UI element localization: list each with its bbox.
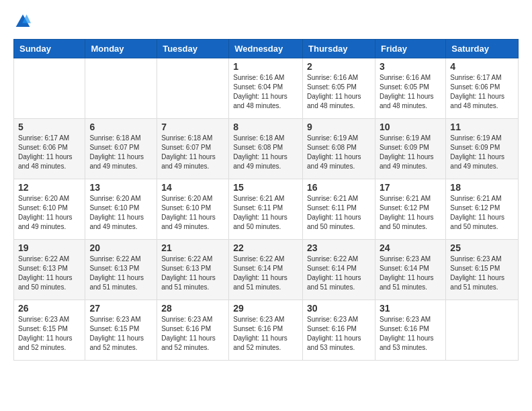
- calendar-cell: 1Sunrise: 6:16 AM Sunset: 6:04 PM Daylig…: [229, 58, 303, 119]
- calendar-week-row: 26Sunrise: 6:23 AM Sunset: 6:15 PM Dayli…: [14, 300, 519, 361]
- day-info: Sunrise: 6:17 AM Sunset: 6:06 PM Dayligh…: [450, 73, 514, 111]
- day-number: 5: [18, 122, 81, 132]
- day-number: 24: [380, 242, 441, 253]
- day-info: Sunrise: 6:23 AM Sunset: 6:15 PM Dayligh…: [89, 315, 152, 353]
- day-info: Sunrise: 6:20 AM Sunset: 6:10 PM Dayligh…: [89, 194, 152, 232]
- day-info: Sunrise: 6:23 AM Sunset: 6:16 PM Dayligh…: [161, 315, 224, 353]
- day-number: 23: [307, 242, 371, 253]
- calendar-table: SundayMondayTuesdayWednesdayThursdayFrid…: [13, 39, 519, 361]
- calendar-cell: 4Sunrise: 6:17 AM Sunset: 6:06 PM Daylig…: [446, 58, 519, 119]
- calendar-cell: 20Sunrise: 6:22 AM Sunset: 6:13 PM Dayli…: [85, 240, 157, 300]
- day-info: Sunrise: 6:16 AM Sunset: 6:05 PM Dayligh…: [380, 73, 441, 111]
- day-info: Sunrise: 6:21 AM Sunset: 6:12 PM Dayligh…: [380, 194, 441, 232]
- day-number: 22: [233, 242, 298, 253]
- calendar-cell: [14, 58, 85, 119]
- day-number: 11: [450, 122, 514, 132]
- day-info: Sunrise: 6:23 AM Sunset: 6:14 PM Dayligh…: [380, 255, 441, 292]
- day-info: Sunrise: 6:22 AM Sunset: 6:14 PM Dayligh…: [307, 255, 371, 292]
- calendar-cell: 15Sunrise: 6:21 AM Sunset: 6:11 PM Dayli…: [229, 179, 303, 240]
- day-info: Sunrise: 6:23 AM Sunset: 6:15 PM Dayligh…: [18, 315, 81, 353]
- day-number: 30: [307, 303, 371, 314]
- day-info: Sunrise: 6:23 AM Sunset: 6:16 PM Dayligh…: [380, 315, 441, 353]
- day-number: 21: [161, 242, 224, 253]
- calendar-cell: 28Sunrise: 6:23 AM Sunset: 6:16 PM Dayli…: [157, 300, 229, 361]
- day-number: 13: [89, 182, 152, 193]
- calendar-cell: 21Sunrise: 6:22 AM Sunset: 6:13 PM Dayli…: [157, 240, 229, 300]
- calendar-cell: 29Sunrise: 6:23 AM Sunset: 6:16 PM Dayli…: [229, 300, 303, 361]
- day-number: 26: [18, 303, 81, 314]
- day-info: Sunrise: 6:17 AM Sunset: 6:06 PM Dayligh…: [18, 134, 81, 171]
- day-info: Sunrise: 6:23 AM Sunset: 6:15 PM Dayligh…: [450, 255, 514, 292]
- calendar-cell: [446, 300, 519, 361]
- calendar-cell: [157, 58, 229, 119]
- day-number: 18: [450, 182, 514, 193]
- day-number: 19: [18, 242, 81, 253]
- day-number: 7: [161, 122, 224, 132]
- weekday-header-wednesday: Wednesday: [229, 40, 303, 58]
- weekday-header-sunday: Sunday: [14, 40, 85, 58]
- calendar-cell: 6Sunrise: 6:18 AM Sunset: 6:07 PM Daylig…: [85, 119, 157, 179]
- weekday-header-thursday: Thursday: [303, 40, 375, 58]
- day-number: 8: [233, 122, 298, 132]
- day-info: Sunrise: 6:18 AM Sunset: 6:07 PM Dayligh…: [161, 134, 224, 171]
- calendar-cell: 10Sunrise: 6:19 AM Sunset: 6:09 PM Dayli…: [375, 119, 445, 179]
- day-info: Sunrise: 6:23 AM Sunset: 6:16 PM Dayligh…: [233, 315, 298, 353]
- day-info: Sunrise: 6:20 AM Sunset: 6:10 PM Dayligh…: [18, 194, 81, 232]
- calendar-cell: 9Sunrise: 6:19 AM Sunset: 6:08 PM Daylig…: [303, 119, 375, 179]
- day-number: 28: [161, 303, 224, 314]
- day-number: 1: [233, 61, 298, 72]
- day-number: 16: [307, 182, 371, 193]
- calendar-cell: 16Sunrise: 6:21 AM Sunset: 6:11 PM Dayli…: [303, 179, 375, 240]
- page-container: SundayMondayTuesdayWednesdayThursdayFrid…: [0, 0, 532, 367]
- calendar-cell: 3Sunrise: 6:16 AM Sunset: 6:05 PM Daylig…: [375, 58, 445, 119]
- day-number: 3: [380, 61, 441, 72]
- day-info: Sunrise: 6:22 AM Sunset: 6:13 PM Dayligh…: [161, 255, 224, 292]
- calendar-cell: 18Sunrise: 6:21 AM Sunset: 6:12 PM Dayli…: [446, 179, 519, 240]
- header: [13, 13, 519, 32]
- day-info: Sunrise: 6:23 AM Sunset: 6:16 PM Dayligh…: [307, 315, 371, 353]
- weekday-header-tuesday: Tuesday: [157, 40, 229, 58]
- day-info: Sunrise: 6:21 AM Sunset: 6:11 PM Dayligh…: [233, 194, 298, 232]
- day-number: 15: [233, 182, 298, 193]
- calendar-cell: 5Sunrise: 6:17 AM Sunset: 6:06 PM Daylig…: [14, 119, 85, 179]
- weekday-header-monday: Monday: [85, 40, 157, 58]
- calendar-week-row: 1Sunrise: 6:16 AM Sunset: 6:04 PM Daylig…: [14, 58, 519, 119]
- day-info: Sunrise: 6:20 AM Sunset: 6:10 PM Dayligh…: [161, 194, 224, 232]
- day-number: 31: [380, 303, 441, 314]
- day-number: 6: [89, 122, 152, 132]
- calendar-cell: 22Sunrise: 6:22 AM Sunset: 6:14 PM Dayli…: [229, 240, 303, 300]
- calendar-week-row: 12Sunrise: 6:20 AM Sunset: 6:10 PM Dayli…: [14, 179, 519, 240]
- calendar-cell: 14Sunrise: 6:20 AM Sunset: 6:10 PM Dayli…: [157, 179, 229, 240]
- day-info: Sunrise: 6:16 AM Sunset: 6:05 PM Dayligh…: [307, 73, 371, 111]
- calendar-week-row: 19Sunrise: 6:22 AM Sunset: 6:13 PM Dayli…: [14, 240, 519, 300]
- day-number: 4: [450, 61, 514, 72]
- weekday-header-row: SundayMondayTuesdayWednesdayThursdayFrid…: [14, 40, 519, 58]
- calendar-cell: 24Sunrise: 6:23 AM Sunset: 6:14 PM Dayli…: [375, 240, 445, 300]
- calendar-cell: 25Sunrise: 6:23 AM Sunset: 6:15 PM Dayli…: [446, 240, 519, 300]
- day-info: Sunrise: 6:19 AM Sunset: 6:09 PM Dayligh…: [380, 134, 441, 171]
- calendar-cell: 11Sunrise: 6:19 AM Sunset: 6:09 PM Dayli…: [446, 119, 519, 179]
- calendar-cell: 23Sunrise: 6:22 AM Sunset: 6:14 PM Dayli…: [303, 240, 375, 300]
- day-number: 10: [380, 122, 441, 132]
- day-number: 29: [233, 303, 298, 314]
- day-info: Sunrise: 6:22 AM Sunset: 6:13 PM Dayligh…: [89, 255, 152, 292]
- calendar-cell: 27Sunrise: 6:23 AM Sunset: 6:15 PM Dayli…: [85, 300, 157, 361]
- day-info: Sunrise: 6:19 AM Sunset: 6:08 PM Dayligh…: [307, 134, 371, 171]
- day-number: 14: [161, 182, 224, 193]
- day-number: 20: [89, 242, 152, 253]
- calendar-cell: 8Sunrise: 6:18 AM Sunset: 6:08 PM Daylig…: [229, 119, 303, 179]
- day-number: 2: [307, 61, 371, 72]
- calendar-cell: 7Sunrise: 6:18 AM Sunset: 6:07 PM Daylig…: [157, 119, 229, 179]
- calendar-cell: 12Sunrise: 6:20 AM Sunset: 6:10 PM Dayli…: [14, 179, 85, 240]
- day-number: 27: [89, 303, 152, 314]
- logo-icon: [15, 13, 31, 30]
- calendar-cell: 19Sunrise: 6:22 AM Sunset: 6:13 PM Dayli…: [14, 240, 85, 300]
- calendar-cell: [85, 58, 157, 119]
- calendar-cell: 30Sunrise: 6:23 AM Sunset: 6:16 PM Dayli…: [303, 300, 375, 361]
- day-info: Sunrise: 6:22 AM Sunset: 6:13 PM Dayligh…: [18, 255, 81, 292]
- day-info: Sunrise: 6:18 AM Sunset: 6:08 PM Dayligh…: [233, 134, 298, 171]
- calendar-cell: 17Sunrise: 6:21 AM Sunset: 6:12 PM Dayli…: [375, 179, 445, 240]
- day-info: Sunrise: 6:22 AM Sunset: 6:14 PM Dayligh…: [233, 255, 298, 292]
- weekday-header-saturday: Saturday: [446, 40, 519, 58]
- day-number: 17: [380, 182, 441, 193]
